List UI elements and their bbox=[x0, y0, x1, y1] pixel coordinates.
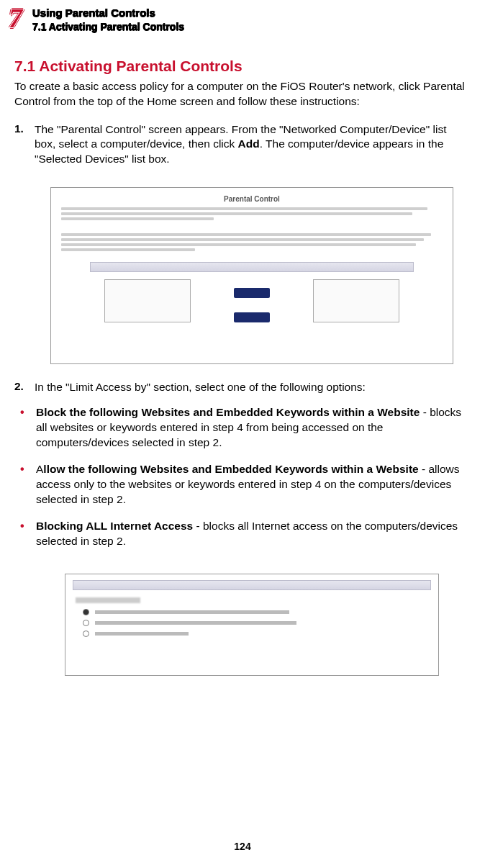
bullet-allow: • Allow the following Websites and Embed… bbox=[20, 462, 471, 507]
screenshot1-step-bar bbox=[90, 262, 414, 272]
screenshot2-radio-1-text bbox=[95, 610, 289, 614]
screenshot1-dual-lists bbox=[61, 276, 443, 322]
section-heading: 7.1 Activating Parental Controls bbox=[14, 58, 471, 75]
page-number: 124 bbox=[0, 841, 485, 852]
step-1-bold: Add bbox=[238, 137, 260, 150]
screenshot1-left-listbox bbox=[104, 279, 191, 322]
bullet-dot-icon: • bbox=[20, 462, 36, 507]
screenshot1-blurtext2 bbox=[61, 233, 443, 255]
step-2: 2. In the "Limit Access by" section, sel… bbox=[14, 380, 471, 395]
radio-icon bbox=[83, 630, 89, 637]
step-2-text: In the "Limit Access by" section, select… bbox=[35, 380, 366, 395]
screenshot-limit-access bbox=[65, 574, 439, 676]
bullet-dot-icon: • bbox=[20, 519, 36, 549]
screenshot2-radio-3-text bbox=[95, 632, 189, 636]
chapter-number: 7 bbox=[9, 4, 22, 32]
page-body: 7.1 Activating Parental Controls To crea… bbox=[0, 36, 485, 676]
bullet-block-all-text: Blocking ALL Internet Access - blocks al… bbox=[36, 519, 471, 549]
intro-paragraph: To create a basic access policy for a co… bbox=[14, 79, 471, 109]
chapter-header: 7 Using Parental Controls 7.1 Activating… bbox=[0, 0, 485, 36]
screenshot1-title: Parental Control bbox=[61, 195, 443, 203]
screenshot2-radio-3 bbox=[83, 630, 431, 637]
bullet-dot-icon: • bbox=[20, 405, 36, 451]
screenshot2-radio-2-text bbox=[95, 621, 296, 625]
screenshot1-add-button bbox=[234, 288, 270, 298]
step-1-number: 1. bbox=[14, 122, 35, 168]
bullet-allow-text: Allow the following Websites and Embedde… bbox=[36, 462, 471, 507]
bullet-block: • Block the following Websites and Embed… bbox=[20, 405, 471, 451]
chapter-title-main: Using Parental Controls bbox=[32, 6, 184, 20]
bullet-block-all-bold: Blocking ALL Internet Access bbox=[36, 520, 193, 532]
screenshot1-mid-buttons bbox=[234, 288, 270, 322]
bullet-block-bold: Block the following Websites and Embedde… bbox=[36, 406, 420, 418]
radio-icon bbox=[83, 609, 89, 615]
screenshot2-radio-1 bbox=[83, 609, 431, 615]
bullet-allow-bold: llow the following Websites and Embedded… bbox=[43, 463, 418, 475]
step-1-text: The "Parental Control" screen appears. F… bbox=[35, 122, 471, 168]
chapter-title-sub: 7.1 Activating Parental Controls bbox=[32, 20, 184, 33]
screenshot1-blurtext bbox=[61, 207, 443, 229]
step-1: 1. The "Parental Control" screen appears… bbox=[14, 122, 471, 168]
radio-icon bbox=[83, 620, 89, 626]
screenshot-parental-control: Parental Control bbox=[50, 187, 453, 364]
chapter-titles: Using Parental Controls 7.1 Activating P… bbox=[32, 4, 184, 33]
screenshot2-step-bar bbox=[73, 580, 431, 590]
step-2-number: 2. bbox=[14, 380, 35, 395]
bullet-block-all: • Blocking ALL Internet Access - blocks … bbox=[20, 519, 471, 549]
screenshot1-remove-button bbox=[234, 312, 270, 322]
screenshot2-label bbox=[76, 597, 140, 603]
screenshot2-radio-2 bbox=[83, 620, 431, 626]
screenshot1-right-listbox bbox=[313, 279, 399, 322]
bullet-allow-pre: A bbox=[36, 463, 43, 475]
bullet-block-text: Block the following Websites and Embedde… bbox=[36, 405, 471, 451]
